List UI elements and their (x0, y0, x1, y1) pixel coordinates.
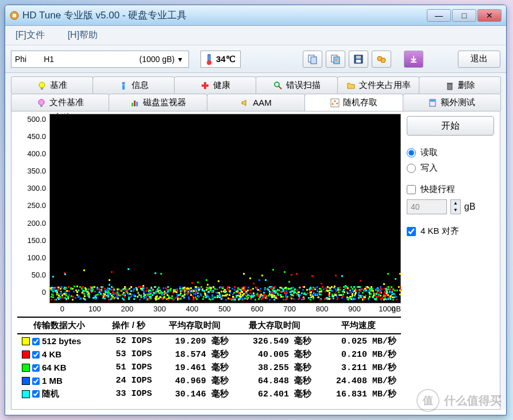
row-avg: 18.574 毫秒 (157, 348, 233, 361)
copy-screenshot-button[interactable] (326, 51, 345, 68)
row-size: 1 MB (42, 376, 63, 386)
y-tick: 0 (42, 288, 46, 296)
drive-name: Phi (15, 55, 26, 64)
svg-point-32 (334, 100, 335, 102)
window-title: HD Tune 专业版 v5.00 - 硬盘专业工具 (22, 9, 427, 22)
x-tick: 700 (273, 305, 306, 313)
svg-point-15 (39, 82, 45, 88)
row-checkbox[interactable] (32, 338, 40, 345)
header-speed: 平均速度 (316, 317, 401, 334)
menu-help[interactable]: [H]帮助 (64, 27, 101, 44)
gb-spinner[interactable]: ▲▼ (450, 199, 461, 214)
align-4kb-row[interactable]: 4 KB 对齐 (407, 226, 494, 237)
row-size: 4 KB (42, 349, 61, 359)
maximize-button[interactable]: □ (452, 9, 476, 22)
y-tick: 250.0 (27, 201, 46, 210)
svg-rect-23 (448, 84, 452, 90)
tab-aam[interactable]: AAM (207, 94, 305, 111)
read-radio[interactable] (407, 148, 416, 157)
drive-select[interactable]: Phi H1 (1000 gB) ▾ (11, 51, 189, 68)
row-size: 512 bytes (42, 336, 81, 346)
app-window: HD Tune 专业版 v5.00 - 硬盘专业工具 — □ ✕ [F]文件 [… (5, 5, 507, 415)
svg-rect-20 (202, 84, 209, 87)
start-button[interactable]: 开始 (407, 116, 494, 136)
svg-rect-24 (447, 83, 453, 84)
temperature-display: 34℃ (200, 51, 241, 68)
table-row: 随机33 IOPS30.146 毫秒62.401 毫秒16.831 MB/秒 (17, 387, 401, 400)
quick-route-row[interactable]: 快捷行程 (407, 184, 494, 195)
row-checkbox[interactable] (32, 364, 40, 372)
scatter-icon (330, 98, 340, 107)
table-row: 4 KB53 IOPS18.574 毫秒40.005 毫秒0.210 MB/秒 (17, 348, 401, 361)
row-max: 40.005 毫秒 (233, 348, 316, 361)
floppy-icon (353, 54, 364, 64)
header-ops: 操作 / 秒 (101, 317, 157, 334)
quick-route-checkbox[interactable] (407, 185, 416, 194)
gb-unit: gB (464, 202, 476, 212)
row-checkbox[interactable] (32, 377, 40, 385)
x-tick: 100 (79, 305, 111, 313)
copy-image-icon (330, 54, 341, 64)
write-radio-row[interactable]: 写入 (407, 163, 494, 174)
row-max: 64.848 毫秒 (233, 374, 316, 387)
svg-rect-11 (356, 60, 361, 63)
exit-button[interactable]: 退出 (458, 51, 500, 68)
svg-point-3 (207, 60, 211, 65)
close-button[interactable]: ✕ (477, 9, 502, 22)
row-iops: 51 IOPS (101, 361, 157, 374)
svg-rect-14 (411, 61, 416, 63)
gb-input (407, 199, 447, 214)
results-table: 传输数据大小 操作 / 秒 平均存取时间 最大存取时间 平均速度 512 byt… (17, 317, 401, 400)
tab-health[interactable]: 健康 (174, 76, 256, 94)
read-radio-row[interactable]: 读取 (407, 147, 494, 158)
svg-rect-5 (311, 57, 317, 64)
chevron-down-icon[interactable]: ▾ (175, 55, 185, 64)
tab-disk-monitor[interactable]: 磁盘监视器 (109, 94, 207, 111)
tab-folder-usage[interactable]: 文件夹占用率 (337, 76, 419, 94)
copy-text-button[interactable] (303, 51, 322, 68)
row-iops: 24 IOPS (101, 374, 157, 387)
x-axis: 01002003004005006007008009001000gB (17, 305, 401, 313)
color-swatch (22, 337, 30, 345)
thermometer-icon (206, 53, 213, 65)
trash-icon (445, 81, 454, 90)
tab-extra-tests[interactable]: 额外测试 (403, 94, 501, 111)
download-button[interactable] (404, 51, 423, 68)
row-avg: 19.461 毫秒 (157, 361, 233, 374)
tab-file-benchmark[interactable]: 文件基准 (11, 94, 109, 111)
svg-point-33 (336, 102, 338, 104)
align-4kb-checkbox[interactable] (407, 227, 416, 236)
y-tick: 100.0 (27, 253, 46, 262)
x-tick: 500 (209, 305, 241, 313)
x-tick: 800 (306, 305, 338, 313)
x-tick: 600 (241, 305, 273, 313)
options-button[interactable] (372, 51, 391, 68)
tab-error-scan[interactable]: 错误扫描 (256, 76, 338, 94)
row-checkbox[interactable] (32, 390, 40, 398)
watermark-icon: 值 (416, 389, 439, 412)
row-checkbox[interactable] (32, 351, 40, 359)
y-tick: 450.0 (27, 132, 46, 141)
svg-rect-18 (122, 85, 125, 90)
chart-box: 500.0450.0400.0350.0300.0250.0200.0150.0… (17, 114, 401, 303)
menubar: [F]文件 [H]帮助 (5, 26, 506, 45)
svg-rect-1 (13, 14, 16, 17)
save-button[interactable] (349, 51, 368, 68)
tab-benchmark[interactable]: 基准 (11, 76, 93, 94)
spinner-down-icon[interactable]: ▼ (451, 207, 460, 214)
svg-point-31 (331, 103, 333, 105)
y-tick: 200.0 (27, 219, 46, 228)
color-swatch (22, 364, 30, 372)
tab-info[interactable]: 信息 (92, 76, 175, 94)
drive-model: H1 (44, 55, 54, 64)
svg-rect-29 (136, 102, 138, 106)
minimize-button[interactable]: — (427, 9, 451, 22)
tab-delete[interactable]: 删除 (419, 76, 501, 94)
menu-file[interactable]: [F]文件 (12, 27, 48, 44)
svg-rect-28 (134, 101, 136, 106)
spinner-up-icon[interactable]: ▲ (451, 200, 460, 207)
write-radio[interactable] (407, 164, 416, 173)
tab-random-access[interactable]: 随机存取 (304, 94, 403, 111)
copy-text-icon (307, 54, 318, 64)
y-tick: 300.0 (27, 184, 46, 192)
